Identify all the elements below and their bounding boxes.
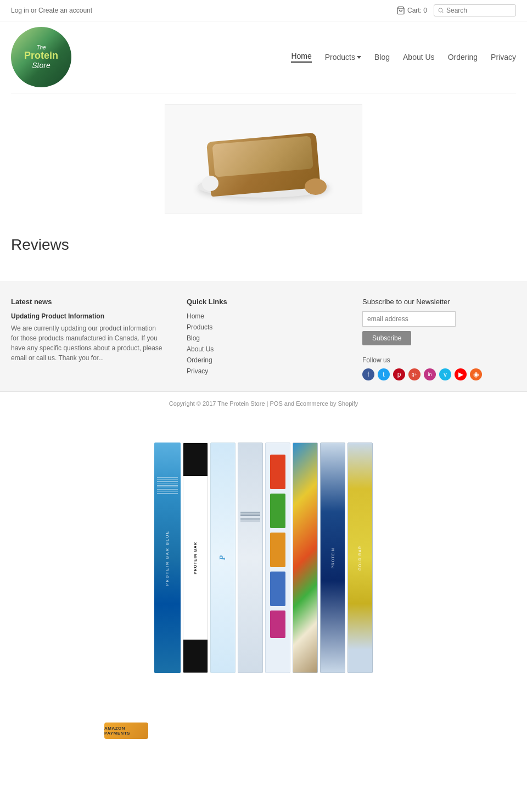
nav-about-us[interactable]: About Us (403, 53, 435, 61)
svg-point-1 (439, 8, 442, 12)
news-article-title[interactable]: Updating Product Information (11, 312, 165, 320)
footer-quick-links-heading: Quick Links (187, 298, 340, 306)
spacer1 (0, 415, 527, 432)
food-topping (212, 136, 313, 177)
product-strips-section: PROTEIN BAR BLUE PROTEIN BAR (0, 432, 527, 695)
twitter-icon[interactable]: t (378, 368, 390, 380)
food-illustration (181, 115, 346, 203)
footer-link-blog[interactable]: Blog (187, 334, 340, 342)
product-strip-4[interactable] (238, 443, 263, 673)
top-bar-right: Cart: 0 (396, 4, 516, 16)
product-strip-8[interactable]: GOLD BAR (347, 443, 373, 673)
pinterest-icon[interactable]: p (393, 368, 405, 380)
amazon-payments-badge: amazon payments (104, 723, 148, 739)
create-account-link[interactable]: Create an account (38, 7, 92, 14)
footer-news-heading: Latest news (11, 298, 165, 306)
spacer3 (0, 750, 527, 766)
copyright-bar: Copyright © 2017 The Protein Store | POS… (0, 391, 527, 415)
food-egg (202, 176, 218, 191)
footer-news-col: Latest news Updating Product Information… (11, 298, 165, 380)
reviews-title: Reviews (11, 236, 516, 254)
bottom-area: amazon payments (0, 712, 527, 750)
subscribe-button[interactable]: Subscribe (362, 331, 411, 345)
facebook-icon[interactable]: f (362, 368, 374, 380)
rss-icon[interactable]: ◉ (470, 368, 482, 380)
spacer2 (0, 695, 527, 712)
footer-link-home[interactable]: Home (187, 312, 340, 320)
nav-products[interactable]: Products (325, 53, 355, 61)
reviews-section: Reviews (0, 225, 527, 281)
footer-link-products[interactable]: Products (187, 323, 340, 331)
follow-us-heading: Follow us (362, 356, 516, 364)
search-icon (438, 7, 444, 14)
cart-wrap[interactable]: Cart: 0 (396, 6, 427, 15)
login-link[interactable]: Log in (11, 7, 29, 14)
product-strip-5[interactable] (265, 443, 290, 673)
nav-privacy[interactable]: Privacy (491, 53, 516, 61)
product-strip-6[interactable] (293, 443, 318, 673)
strips-container: PROTEIN BAR BLUE PROTEIN BAR (154, 443, 373, 684)
header: The Protein Store Home Products Blog Abo… (0, 21, 527, 93)
or-separator: or (31, 7, 38, 14)
nav-blog[interactable]: Blog (374, 53, 390, 61)
food-bar (206, 132, 321, 197)
product-strip-7[interactable]: PROTEIN (320, 443, 345, 673)
footer-links-col: Quick Links Home Products Blog About Us … (187, 298, 340, 380)
logo-store: Store (24, 61, 58, 70)
search-wrap[interactable] (434, 4, 516, 16)
footer-link-privacy[interactable]: Privacy (187, 367, 340, 375)
youtube-icon[interactable]: ▶ (455, 368, 467, 380)
logo-circle: The Protein Store (11, 27, 71, 87)
logo[interactable]: The Protein Store (11, 27, 77, 87)
product-strip-3[interactable]: P (210, 443, 236, 673)
instagram-icon[interactable]: in (424, 368, 436, 380)
chevron-down-icon (357, 56, 361, 59)
social-icons-row: f t p g+ in v ▶ ◉ (362, 368, 516, 380)
nav-products-wrap[interactable]: Products (325, 53, 361, 61)
nav-home[interactable]: Home (291, 52, 311, 63)
product-image (165, 104, 362, 214)
follow-us-section: Follow us f t p g+ in v ▶ ◉ (362, 356, 516, 380)
google-plus-icon[interactable]: g+ (408, 368, 421, 380)
hero-section (0, 93, 527, 225)
footer-link-about[interactable]: About Us (187, 345, 340, 353)
logo-text: The Protein Store (24, 44, 58, 70)
copyright-text: Copyright © 2017 The Protein Store | POS… (169, 400, 358, 407)
cart-count: Cart: 0 (407, 7, 427, 14)
cart-icon (396, 6, 405, 15)
logo-protein: Protein (24, 51, 58, 61)
top-bar: Log in or Create an account Cart: 0 (0, 0, 527, 21)
food-nut (305, 178, 327, 195)
vimeo-icon[interactable]: v (439, 368, 451, 380)
svg-line-2 (442, 12, 444, 13)
product-strip-2[interactable]: PROTEIN BAR (183, 443, 208, 673)
newsletter-heading: Subscribe to our Newsletter (362, 298, 516, 306)
news-article-text: We are currently updating our product in… (11, 323, 165, 363)
top-bar-account: Log in or Create an account (11, 7, 92, 14)
nav-ordering[interactable]: Ordering (448, 53, 478, 61)
main-nav: Home Products Blog About Us Ordering Pri… (291, 52, 516, 63)
search-input[interactable] (446, 7, 512, 14)
newsletter-email-input[interactable] (362, 311, 456, 327)
footer: Latest news Updating Product Information… (0, 281, 527, 391)
footer-newsletter-col: Subscribe to our Newsletter Subscribe Fo… (362, 298, 516, 380)
footer-link-ordering[interactable]: Ordering (187, 356, 340, 364)
product-strip-1[interactable]: PROTEIN BAR BLUE (154, 443, 181, 673)
